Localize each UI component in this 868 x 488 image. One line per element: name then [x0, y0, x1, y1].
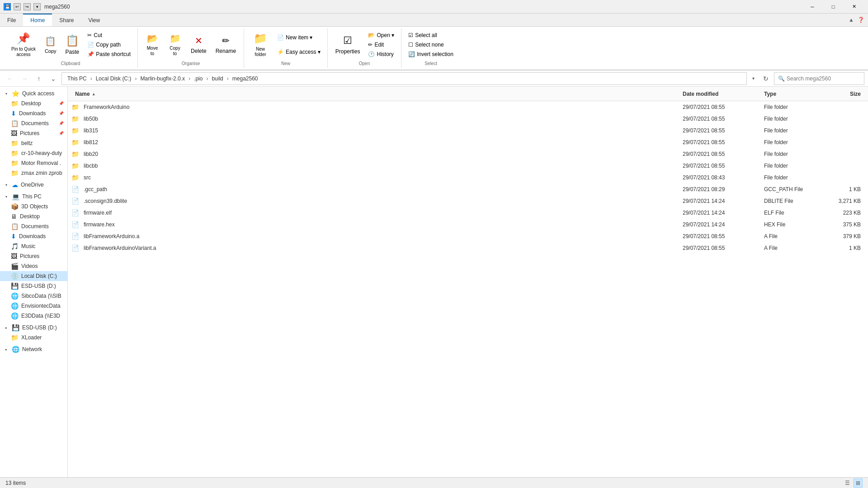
table-row[interactable]: 📄.gcc_path29/07/2021 08:29GCC_PATH File1… [68, 183, 868, 195]
breadcrumb-this-pc[interactable]: This PC [66, 75, 89, 83]
tab-file[interactable]: File [0, 14, 23, 26]
sidebar-videos[interactable]: 🎬 Videos [0, 261, 67, 271]
easy-access-button[interactable]: ⚡ Easy access ▾ [274, 47, 324, 56]
sidebar-item-pictures[interactable]: 🖼 Pictures 📌 [0, 128, 67, 138]
sidebar-e3ddata[interactable]: 🌐 E3DData (\\E3D [0, 311, 67, 321]
file-date-cell: 29/07/2021 08:55 [679, 150, 760, 158]
table-row[interactable]: 📁lib81229/07/2021 08:55File folder [68, 136, 868, 148]
address-dropdown-button[interactable]: ▾ [749, 72, 758, 85]
sidebar-desktop-pc[interactable]: 🖥 Desktop [0, 211, 67, 221]
table-row[interactable]: 📄.sconsign39.dblite29/07/2021 14:24DBLIT… [68, 195, 868, 207]
select-none-button[interactable]: ☐ Select none [405, 40, 457, 49]
open-label: Open [331, 59, 397, 66]
file-icon: 📄 [71, 186, 79, 193]
sidebar-quick-access[interactable]: ▾ ⭐ Quick access [0, 89, 67, 99]
search-input[interactable] [787, 75, 860, 82]
history-button[interactable]: 🕐 History [365, 50, 397, 59]
sidebar-item-desktop[interactable]: 📁 Desktop 📌 [0, 99, 67, 108]
details-view-button[interactable]: ☰ [843, 479, 852, 488]
col-size-header[interactable]: Size [819, 89, 864, 99]
move-to-button[interactable]: 📂 Moveto [142, 30, 163, 59]
up-button[interactable]: ↑ [33, 72, 45, 85]
sidebar-this-pc[interactable]: ▾ 💻 This PC [0, 192, 67, 202]
table-row[interactable]: 📁src29/07/2021 08:43File folder [68, 172, 868, 183]
new-folder-button[interactable]: 📁 Newfolder [248, 30, 273, 59]
help-btn[interactable]: ❓ [858, 17, 864, 23]
list-view-button[interactable]: ⊞ [854, 479, 863, 488]
redo-icon[interactable]: ↪ [24, 3, 31, 10]
table-row[interactable]: 📁libcbb29/07/2021 08:55File folder [68, 160, 868, 172]
sidebar-downloads-pc[interactable]: ⬇ Downloads [0, 231, 67, 241]
cut-button[interactable]: ✂ Cut [84, 31, 134, 40]
history-icon: 🕐 [368, 51, 375, 57]
table-row[interactable]: 📁libb2029/07/2021 08:55File folder [68, 148, 868, 160]
rename-button[interactable]: ✏ Rename [212, 30, 240, 59]
sidebar-documents-pc[interactable]: 📋 Documents [0, 221, 67, 231]
forward-button[interactable]: → [18, 72, 31, 85]
sidebar-onedrive[interactable]: ▾ ☁ OneDrive [0, 180, 67, 190]
refresh-button[interactable]: ↻ [760, 72, 772, 85]
sidebar-item-cr10[interactable]: 📁 cr-10-heavy-duty [0, 148, 67, 158]
open-button[interactable]: 📂 Open ▾ [365, 31, 397, 40]
down-arrow-icon[interactable]: ▾ [33, 3, 41, 10]
close-button[interactable]: ✕ [844, 0, 864, 14]
back-button[interactable]: ← [4, 72, 16, 85]
sidebar-sibcodata[interactable]: 🌐 SibcoData (\\SIB [0, 291, 67, 301]
paste-button[interactable]: 📋 Paste [61, 30, 84, 59]
new-item-button[interactable]: 📄 New item ▾ [274, 33, 324, 42]
tab-share[interactable]: Share [52, 14, 81, 26]
address-path[interactable]: This PC › Local Disk (C:) › Marlin-bugfi… [61, 72, 747, 85]
col-name-header[interactable]: Name ▲ [71, 89, 679, 99]
sidebar-local-disk[interactable]: 💿 Local Disk (C:) [0, 271, 67, 281]
sidebar-pictures-pc[interactable]: 🖼 Pictures [0, 251, 67, 261]
tab-home[interactable]: Home [23, 14, 52, 26]
sidebar-item-motor[interactable]: 📁 Motor Removal . [0, 158, 67, 168]
copy-button[interactable]: 📋 Copy [41, 30, 61, 59]
copy-path-button[interactable]: 📄 Copy path [84, 40, 134, 49]
sidebar-network[interactable]: ▸ 🌐 Network [0, 344, 67, 354]
file-name-cell: libcbb [82, 162, 679, 170]
paste-shortcut-button[interactable]: 📌 Paste shortcut [84, 50, 134, 59]
breadcrumb-pio[interactable]: .pio [192, 75, 204, 83]
minimize-button[interactable]: ─ [802, 0, 823, 14]
col-type-header[interactable]: Type [760, 89, 819, 99]
col-date-header[interactable]: Date modified [679, 89, 760, 99]
properties-button[interactable]: ☑ Properties [331, 30, 364, 59]
collapse-ribbon-btn[interactable]: ▲ [849, 17, 854, 23]
sidebar-item-beltz[interactable]: 📁 beltz [0, 138, 67, 148]
table-row[interactable]: 📄libFrameworkArduino.a29/07/2021 08:55A … [68, 230, 868, 242]
sidebar-item-downloads[interactable]: ⬇ Downloads 📌 [0, 108, 67, 118]
table-row[interactable]: 📁lib31529/07/2021 08:55File folder [68, 125, 868, 136]
table-row[interactable]: 📄libFrameworkArduinoVariant.a29/07/2021 … [68, 242, 868, 254]
pin-to-quick-button[interactable]: 📌 Pin to Quickaccess [7, 30, 40, 59]
table-row[interactable]: 📄firmware.elf29/07/2021 14:24ELF File223… [68, 207, 868, 219]
table-row[interactable]: 📄firmware.hex29/07/2021 14:24HEX File375… [68, 219, 868, 230]
sidebar-item-documents[interactable]: 📋 Documents 📌 [0, 118, 67, 128]
copy-to-button[interactable]: 📁 Copyto [164, 30, 186, 59]
edit-button[interactable]: ✏ Edit [365, 40, 397, 49]
breadcrumb-local-disk[interactable]: Local Disk (C:) [94, 75, 133, 83]
table-row[interactable]: 📁lib50b29/07/2021 08:55File folder [68, 113, 868, 125]
maximize-button[interactable]: □ [823, 0, 844, 14]
delete-button[interactable]: ✕ Delete [187, 30, 211, 59]
file-size-cell: 3,271 KB [819, 197, 864, 205]
breadcrumb-build[interactable]: build [210, 75, 225, 83]
save-icon[interactable]: 💾 [4, 3, 11, 10]
select-all-button[interactable]: ☑ Select all [405, 31, 457, 40]
folder-icon: 📁 [71, 115, 79, 122]
sidebar-music[interactable]: 🎵 Music [0, 241, 67, 251]
sidebar-xloader[interactable]: 📁 XLoader [0, 333, 67, 343]
invert-selection-button[interactable]: 🔄 Invert selection [405, 50, 457, 59]
sidebar-3d-objects[interactable]: 📦 3D Objects [0, 202, 67, 211]
file-name-cell: .gcc_path [82, 185, 679, 193]
undo-icon[interactable]: ↩ [14, 3, 21, 10]
sidebar-esd-usb-pc[interactable]: 💾 ESD-USB (D:) [0, 281, 67, 291]
breadcrumb-marlin[interactable]: Marlin-bugfix-2.0.x [138, 75, 187, 83]
sidebar-esd-usb-standalone[interactable]: ▸ 💾 ESD-USB (D:) [0, 323, 67, 333]
table-row[interactable]: 📁FrameworkArduino29/07/2021 08:55File fo… [68, 101, 868, 113]
tab-view[interactable]: View [81, 14, 107, 26]
sidebar-envisiondata[interactable]: 🌐 EnvisiontecData [0, 301, 67, 311]
sidebar-item-zmax[interactable]: 📁 zmax zmin zprob [0, 168, 67, 178]
breadcrumb-mega2560[interactable]: mega2560 [231, 75, 260, 83]
recent-locations-button[interactable]: ⌄ [47, 72, 60, 85]
